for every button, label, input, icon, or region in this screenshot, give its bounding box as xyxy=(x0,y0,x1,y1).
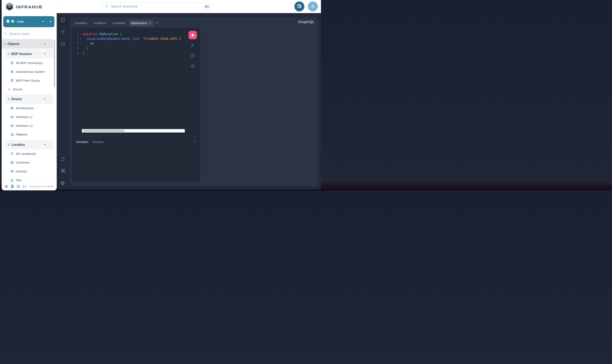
menu-group-device[interactable]: Device xyxy=(5,94,53,104)
menu-item-all-location-s[interactable]: All Location(s) xyxy=(2,149,53,158)
group-label: Location xyxy=(11,143,25,147)
query-tab-untitled-3[interactable]: <untitled> xyxy=(109,20,129,26)
shield-star-icon xyxy=(6,19,10,24)
fold-arrow-icon[interactable]: ▼ xyxy=(79,32,83,37)
code-token: { xyxy=(120,32,122,37)
execute-query-button[interactable] xyxy=(189,31,197,39)
item-label: All Location(s) xyxy=(16,152,36,156)
settings-gear-icon[interactable]: ⚙ xyxy=(60,180,65,186)
swagger-braces-icon[interactable]: {..} xyxy=(23,185,26,188)
fold-arrow-icon[interactable]: ▼ xyxy=(79,37,83,41)
bgp-session-icon xyxy=(10,61,14,65)
code-line: 2▼ LocationRackUpdate(data: {id: "17cb66… xyxy=(72,37,200,41)
code-token xyxy=(83,41,90,46)
menu-group-objects[interactable]: Objects xyxy=(2,39,53,49)
menu-item-interface-l3[interactable]: Interface L3 xyxy=(2,121,53,130)
branch-selector[interactable]: main + xyxy=(3,16,54,27)
editor-hscrollbar-track[interactable] xyxy=(82,129,185,132)
query-tab-untitled-2[interactable]: <untitled> xyxy=(90,20,109,26)
git-version-icon[interactable] xyxy=(4,184,8,188)
folder-plus-icon[interactable] xyxy=(61,41,65,46)
item-label: Site xyxy=(16,178,21,182)
query-tab-mymutation[interactable]: MyMutation✕ xyxy=(129,20,153,26)
code-token: MyMutation xyxy=(99,32,118,37)
time-travel-button[interactable] xyxy=(294,1,304,12)
menu-item-continent[interactable]: Continent xyxy=(2,158,53,167)
collapse-chevron-icon[interactable] xyxy=(193,140,196,143)
code-token: mutation xyxy=(83,32,98,37)
play-icon xyxy=(192,34,195,37)
graphql-icon[interactable] xyxy=(16,184,20,188)
item-label: All BGP Session(s) xyxy=(16,61,43,65)
line-number: 4 xyxy=(72,46,79,51)
editor-hscrollbar-thumb[interactable] xyxy=(83,130,125,132)
menu-item-country[interactable]: Country xyxy=(2,167,53,176)
menu-group-location[interactable]: Location xyxy=(5,140,53,149)
menu-item-all-device-s[interactable]: All Device(s) xyxy=(2,104,53,113)
object-menu: Objects BGP Session All BGP Session(s)Au… xyxy=(2,39,53,182)
refetch-icon[interactable] xyxy=(61,157,65,162)
add-tab-button[interactable]: + xyxy=(153,21,161,25)
collapse-triangle-icon xyxy=(44,144,46,145)
divider xyxy=(72,136,200,136)
variables-line-number: 1 xyxy=(77,151,79,154)
global-search[interactable]: ⌘K xyxy=(102,2,212,11)
code-line: 4 } xyxy=(72,46,200,51)
device-icon xyxy=(10,106,14,110)
item-label: BGP Peer Group xyxy=(16,79,40,82)
app-logo[interactable]: INFRAHUB xyxy=(6,2,42,12)
git-branch-icon xyxy=(11,19,15,24)
menu-search[interactable] xyxy=(2,29,57,39)
menu-item-bgp-peer-group[interactable]: BGP Peer Group xyxy=(2,76,53,85)
query-tab-untitled-1[interactable]: <untitled> xyxy=(71,20,90,26)
bullet-icon xyxy=(8,98,9,100)
code-token: : { xyxy=(129,37,135,41)
history-icon[interactable] xyxy=(61,30,65,34)
calendar-clock-icon xyxy=(297,4,302,9)
create-branch-button[interactable]: + xyxy=(47,19,54,24)
collapse-triangle-icon xyxy=(44,43,46,45)
menu-group-bgp-session[interactable]: BGP Session xyxy=(5,49,53,58)
tab-label: <untitled> xyxy=(74,21,87,25)
circuit-icon xyxy=(7,88,11,91)
tab-headers[interactable]: Headers xyxy=(92,140,104,143)
tab-variables[interactable]: Variables xyxy=(76,140,88,143)
search-icon xyxy=(105,4,109,9)
graphiql-logo: GraphiQL xyxy=(298,20,314,24)
menu-item-all-bgp-session-s[interactable]: All BGP Session(s) xyxy=(2,58,53,67)
menu-item-site[interactable]: Site xyxy=(2,176,53,182)
code-token xyxy=(83,37,87,41)
docs-icon[interactable] xyxy=(11,184,14,188)
menu-scrollbar[interactable] xyxy=(54,40,55,87)
peer-group-icon xyxy=(10,79,14,82)
shortcut-keys-icon[interactable]: ⌘ xyxy=(61,168,66,174)
merge-fragments-icon[interactable] xyxy=(190,53,195,58)
item-label: Platform xyxy=(16,133,28,136)
code-token: LocationRackUpdate xyxy=(87,37,120,41)
code-token xyxy=(98,32,99,37)
prettify-icon[interactable] xyxy=(190,43,195,48)
docs-panel-icon[interactable] xyxy=(61,18,65,22)
avatar[interactable]: A xyxy=(308,1,318,12)
copy-query-icon[interactable] xyxy=(190,64,195,68)
menu-item-platform[interactable]: Platform xyxy=(2,130,53,139)
close-tab-icon[interactable]: ✕ xyxy=(149,22,151,25)
menu-item-interface-l2[interactable]: Interface L2 xyxy=(2,113,53,121)
avatar-initial: A xyxy=(312,4,314,9)
bullet-icon xyxy=(4,43,6,45)
fold-gutter xyxy=(79,46,83,51)
code-token: id xyxy=(135,37,138,41)
search-icon xyxy=(4,32,7,36)
menu-item-circuit[interactable]: Circuit xyxy=(2,85,53,94)
query-editor[interactable]: 1▼mutation MyMutation {2▼ LocationRackUp… xyxy=(72,28,200,182)
autonomous-system-icon xyxy=(10,70,14,74)
tab-label: MyMutation xyxy=(131,21,147,25)
search-anywhere-input[interactable] xyxy=(111,4,204,9)
infrahub-hexagon-icon xyxy=(6,2,13,12)
menu-search-input[interactable] xyxy=(9,32,46,36)
line-number: 1 xyxy=(72,32,79,37)
group-label: BGP Session xyxy=(11,52,32,56)
menu-item-autonomous-system[interactable]: Autonomous System xyxy=(2,67,53,76)
tab-label: <untitled> xyxy=(93,21,107,25)
line-number: 5 xyxy=(72,51,79,55)
